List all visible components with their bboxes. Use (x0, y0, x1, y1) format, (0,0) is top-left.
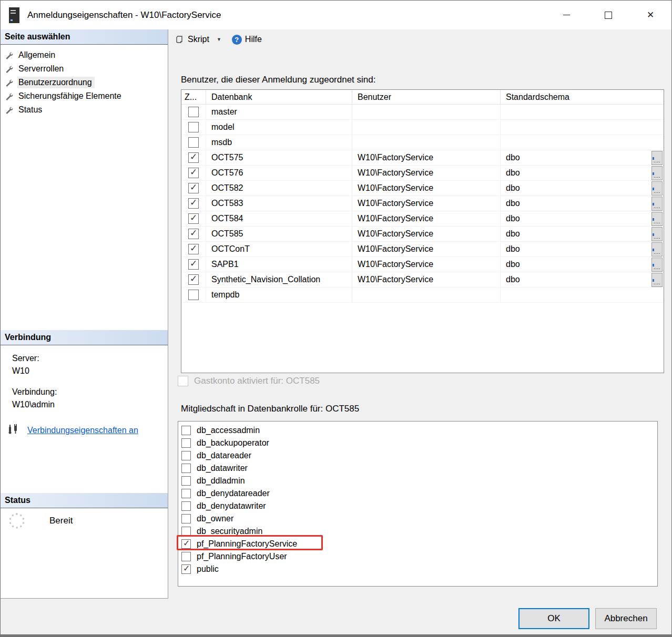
role-list-item[interactable]: db_ddladmin (178, 475, 657, 487)
cancel-button[interactable]: Abbrechen (595, 608, 657, 629)
role-checkbox[interactable] (181, 564, 191, 574)
role-checkbox[interactable] (181, 514, 191, 523)
map-checkbox[interactable] (188, 198, 199, 209)
user-cell[interactable]: W10\FactoryService (352, 211, 501, 226)
schema-cell[interactable]: .... (501, 135, 664, 150)
user-cell[interactable]: W10\FactoryService (352, 196, 501, 211)
role-list-item[interactable]: db_accessadmin (178, 424, 657, 437)
ok-button[interactable]: OK (518, 608, 589, 629)
role-checkbox[interactable] (181, 539, 191, 549)
database-cell[interactable]: OCTConT (206, 242, 352, 256)
user-cell[interactable] (352, 135, 501, 150)
browse-schema-button[interactable]: .... (651, 258, 663, 272)
map-checkbox[interactable] (188, 274, 199, 285)
table-row[interactable]: master .... (181, 105, 664, 120)
guest-account-checkbox[interactable] (178, 376, 188, 386)
map-checkbox[interactable] (188, 229, 199, 239)
user-cell[interactable] (352, 120, 501, 135)
view-connection-properties-link[interactable]: Verbindungseigenschaften an (27, 426, 138, 435)
browse-schema-button[interactable]: .... (651, 151, 663, 165)
table-row[interactable]: msdb .... (181, 135, 664, 150)
close-button[interactable]: ✕ (629, 1, 671, 29)
map-checkbox[interactable] (188, 122, 199, 132)
sidebar-item[interactable]: Sicherungsfähige Elemente (1, 89, 168, 103)
map-checkbox[interactable] (188, 168, 199, 178)
user-cell[interactable] (352, 105, 501, 119)
role-list-item[interactable]: pf_PlanningFactoryUser (178, 550, 657, 563)
role-list-item[interactable]: db_denydatareader (178, 487, 657, 500)
database-cell[interactable]: tempdb (206, 287, 352, 302)
role-list-item[interactable]: pf_PlanningFactoryService (178, 538, 657, 550)
role-list-item[interactable]: db_backupoperator (178, 437, 657, 449)
role-checkbox[interactable] (181, 552, 191, 561)
maximize-button[interactable] (587, 1, 629, 29)
role-checkbox[interactable] (181, 501, 191, 511)
column-header-mapped[interactable]: Z... (181, 90, 206, 104)
role-checkbox[interactable] (181, 464, 191, 473)
database-cell[interactable]: master (206, 105, 352, 119)
script-button[interactable]: Skript (188, 35, 209, 44)
schema-cell[interactable]: dbo .... (501, 166, 664, 180)
user-cell[interactable]: W10\FactoryService (352, 242, 501, 256)
database-cell[interactable]: model (206, 120, 352, 135)
column-header-database[interactable]: Datenbank (206, 90, 352, 104)
browse-schema-button[interactable]: .... (651, 212, 663, 226)
table-row[interactable]: OCT583 W10\FactoryService dbo .... (181, 196, 664, 211)
database-cell[interactable]: OCT583 (206, 196, 352, 211)
user-cell[interactable]: W10\FactoryService (352, 166, 501, 180)
user-cell[interactable] (352, 287, 501, 302)
user-cell[interactable]: W10\FactoryService (352, 272, 501, 287)
role-list-item[interactable]: db_datawriter (178, 462, 657, 475)
table-row[interactable]: OCT585 W10\FactoryService dbo .... (181, 227, 664, 242)
map-checkbox[interactable] (188, 183, 199, 193)
role-list-item[interactable]: db_owner (178, 512, 657, 525)
database-cell[interactable]: OCT582 (206, 181, 352, 196)
role-checkbox[interactable] (181, 426, 191, 435)
role-list-item[interactable]: db_securityadmin (178, 525, 657, 538)
map-checkbox[interactable] (188, 137, 199, 148)
column-header-user[interactable]: Benutzer (352, 90, 501, 104)
role-checkbox[interactable] (181, 451, 191, 460)
role-list-item[interactable]: db_denydatawriter (178, 500, 657, 512)
user-cell[interactable]: W10\FactoryService (352, 150, 501, 165)
schema-cell[interactable]: .... (501, 120, 664, 135)
role-list-item[interactable]: db_datareader (178, 449, 657, 462)
chevron-down-icon[interactable]: ▼ (217, 37, 221, 42)
role-checkbox[interactable] (181, 438, 191, 448)
browse-schema-button[interactable]: .... (651, 242, 663, 256)
role-checkbox[interactable] (181, 527, 191, 536)
schema-cell[interactable]: dbo .... (501, 242, 664, 256)
table-row[interactable]: tempdb .... (181, 287, 664, 303)
user-cell[interactable]: W10\FactoryService (352, 257, 501, 272)
map-checkbox[interactable] (188, 290, 199, 300)
table-row[interactable]: OCT575 W10\FactoryService dbo .... (181, 150, 664, 166)
table-row[interactable]: OCT582 W10\FactoryService dbo .... (181, 181, 664, 196)
map-checkbox[interactable] (188, 152, 199, 163)
browse-schema-button[interactable]: .... (651, 227, 663, 241)
schema-cell[interactable]: dbo .... (501, 227, 664, 241)
table-row[interactable]: Synthetic_Navision_Collation W10\Factory… (181, 272, 664, 287)
browse-schema-button[interactable]: .... (651, 273, 663, 287)
schema-cell[interactable]: dbo .... (501, 257, 664, 272)
schema-cell[interactable]: .... (501, 105, 664, 119)
database-cell[interactable]: OCT584 (206, 211, 352, 226)
table-row[interactable]: OCT584 W10\FactoryService dbo .... (181, 211, 664, 227)
minimize-button[interactable] (545, 1, 587, 29)
schema-cell[interactable]: .... (501, 287, 664, 302)
schema-cell[interactable]: dbo .... (501, 181, 664, 196)
sidebar-item[interactable]: Allgemein (1, 48, 168, 62)
table-row[interactable]: OCTConT W10\FactoryService dbo .... (181, 242, 664, 257)
browse-schema-button[interactable]: .... (651, 197, 663, 211)
role-list-item[interactable]: public (178, 563, 657, 576)
map-checkbox[interactable] (188, 259, 199, 270)
schema-cell[interactable]: dbo .... (501, 272, 664, 287)
user-cell[interactable]: W10\FactoryService (352, 181, 501, 196)
database-cell[interactable]: Synthetic_Navision_Collation (206, 272, 352, 287)
role-checkbox[interactable] (181, 489, 191, 498)
map-checkbox[interactable] (188, 107, 199, 117)
sidebar-item[interactable]: Status (1, 103, 168, 117)
database-cell[interactable]: OCT575 (206, 150, 352, 165)
schema-cell[interactable]: dbo .... (501, 211, 664, 226)
database-cell[interactable]: msdb (206, 135, 352, 150)
table-row[interactable]: OCT576 W10\FactoryService dbo .... (181, 166, 664, 181)
